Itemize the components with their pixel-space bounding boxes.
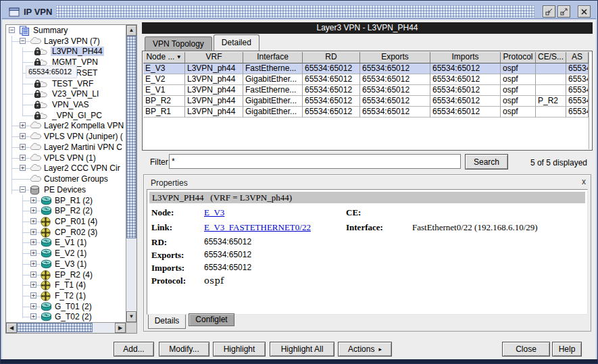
table-cell[interactable]: 65534 bbox=[566, 96, 589, 107]
tree-expander-plus-icon[interactable]: + bbox=[30, 292, 36, 298]
tree-expander-plus-icon[interactable]: + bbox=[30, 313, 36, 319]
table-cell[interactable]: E_V3 bbox=[143, 63, 185, 74]
tree-item[interactable]: +Layer2 CCC VPN Cir bbox=[6, 163, 126, 174]
table-cell[interactable]: 65534:65012 bbox=[360, 85, 430, 96]
table-cell[interactable]: FastEtherne... bbox=[243, 63, 303, 74]
table-cell[interactable] bbox=[536, 85, 566, 96]
table-cell[interactable]: 65534:65012 bbox=[303, 107, 360, 118]
tree-item[interactable]: +VPLS VPN (1) bbox=[6, 153, 126, 163]
tree-item[interactable]: −Layer3 VPN (7) bbox=[6, 36, 126, 47]
column-header-7[interactable]: CE/S... bbox=[536, 52, 566, 63]
table-cell[interactable]: GigabitEther... bbox=[243, 74, 303, 85]
tree-item[interactable]: +G_T01 (2) bbox=[6, 301, 126, 312]
tree-item[interactable]: +Layer2 Kompella VPN bbox=[6, 120, 126, 131]
filter-input[interactable] bbox=[169, 154, 461, 169]
tree-expander-plus-icon[interactable]: + bbox=[20, 155, 26, 161]
table-cell[interactable]: ospf bbox=[501, 107, 536, 118]
table-cell[interactable]: 65534 bbox=[566, 74, 589, 85]
tree-vertical-scrollbar[interactable]: ▲ ▼ bbox=[126, 25, 136, 322]
iconify-icon[interactable] bbox=[543, 5, 555, 18]
tree-expander-plus-icon[interactable]: + bbox=[30, 207, 36, 213]
table-cell[interactable]: GigabitEther... bbox=[243, 96, 303, 107]
table-row[interactable]: E_V1L3VPN_ph44FastEtherne...65534:650126… bbox=[143, 85, 589, 96]
table-cell[interactable]: L3VPN_ph44 bbox=[185, 96, 243, 107]
scroll-left-icon[interactable]: ◀ bbox=[6, 323, 17, 333]
table-cell[interactable]: ospf bbox=[501, 96, 536, 107]
tab-configlet[interactable]: Configlet bbox=[189, 313, 234, 326]
column-header-3[interactable]: RD bbox=[303, 52, 360, 63]
scrollbar-thumb[interactable] bbox=[17, 323, 93, 332]
properties-close-icon[interactable]: x bbox=[579, 177, 589, 186]
table-row[interactable]: E_V3L3VPN_ph44FastEtherne...65534:650126… bbox=[143, 63, 589, 74]
scrollbar-thumb[interactable] bbox=[126, 36, 136, 238]
table-row[interactable]: BP_R2L3VPN_ph44GigabitEther...65534:6501… bbox=[143, 96, 589, 107]
tree-item[interactable]: +G_T02 (2) bbox=[6, 311, 126, 322]
table-cell[interactable]: 65534:65012 bbox=[360, 63, 430, 74]
table-cell[interactable]: ospf bbox=[501, 74, 536, 85]
table-cell[interactable]: L3VPN_ph44 bbox=[185, 74, 243, 85]
table-cell[interactable]: E_V2 bbox=[143, 74, 185, 85]
tree-expander-plus-icon[interactable]: + bbox=[30, 197, 36, 203]
tree-expander-plus-icon[interactable]: + bbox=[20, 122, 26, 128]
tree-item[interactable]: +BP_R1 (2) bbox=[6, 195, 126, 206]
column-header-5[interactable]: Imports bbox=[430, 52, 501, 63]
tree-item[interactable]: +E_V2 (1) bbox=[6, 248, 126, 259]
table-scrollbar-track[interactable] bbox=[589, 52, 592, 149]
tree-item[interactable]: +BP_R2 (2) bbox=[6, 205, 126, 216]
tree-horizontal-scrollbar[interactable]: ◀ ▶ bbox=[6, 322, 126, 333]
tab-vpn-topology[interactable]: VPN Topology bbox=[145, 36, 212, 51]
table-row[interactable]: E_V2L3VPN_ph44GigabitEther...65534:65012… bbox=[143, 74, 589, 85]
column-header-2[interactable]: Interface bbox=[243, 52, 303, 63]
actions-button[interactable]: Actions▸ bbox=[338, 342, 392, 357]
table-cell[interactable]: 65534:65012 bbox=[430, 63, 501, 74]
tree-item[interactable]: −PE Devices bbox=[6, 184, 126, 195]
tree-expander-plus-icon[interactable]: + bbox=[20, 144, 26, 150]
table-cell[interactable]: 65534:65012 bbox=[430, 74, 501, 85]
table-cell[interactable] bbox=[536, 107, 566, 118]
tree-expander-plus-icon[interactable]: + bbox=[30, 250, 36, 256]
tree-item[interactable]: L3VPN_PH44 bbox=[6, 46, 126, 57]
table-cell[interactable]: 65534:65012 bbox=[430, 85, 501, 96]
tree-expander-minus-icon[interactable]: − bbox=[20, 38, 26, 44]
tree-item[interactable]: −Summary bbox=[6, 25, 126, 36]
table-cell[interactable]: L3VPN_ph44 bbox=[185, 63, 243, 74]
column-header-4[interactable]: Exports bbox=[360, 52, 430, 63]
tree-item[interactable]: VPN_VAS bbox=[6, 99, 126, 110]
tree-expander-plus-icon[interactable]: + bbox=[20, 133, 26, 139]
add-button[interactable]: Add... bbox=[114, 342, 154, 357]
tree-item[interactable]: +F_T1 (4) bbox=[6, 280, 126, 290]
property-value-link[interactable]: E_V3_FASTETHERNET0/22 bbox=[204, 222, 311, 233]
table-row[interactable]: BP_R1L3VPN_ph44GigabitEther...65534:6501… bbox=[143, 107, 589, 118]
highlight-button[interactable]: Highlight bbox=[213, 342, 266, 357]
table-cell[interactable]: L3VPN_ph44 bbox=[185, 107, 243, 118]
tree-expander-plus-icon[interactable]: + bbox=[30, 261, 36, 267]
table-cell[interactable] bbox=[536, 74, 566, 85]
search-button[interactable]: Search bbox=[465, 154, 508, 170]
tree-expander-plus-icon[interactable]: + bbox=[30, 271, 36, 278]
modify-button[interactable]: Modify... bbox=[159, 342, 209, 357]
property-value-link[interactable]: E_V3 bbox=[204, 207, 224, 218]
table-cell[interactable]: 65534:65012 bbox=[360, 96, 430, 107]
table-cell[interactable]: E_V1 bbox=[143, 85, 185, 96]
column-header-0[interactable]: Node ... ▼ bbox=[143, 52, 185, 63]
scroll-up-icon[interactable]: ▲ bbox=[126, 25, 136, 36]
window-titlebar[interactable]: IP VPN bbox=[2, 2, 596, 19]
highlight-all-button[interactable]: Highlight All bbox=[270, 342, 334, 357]
tree-expander-plus-icon[interactable]: + bbox=[20, 165, 26, 171]
tree-expander-plus-icon[interactable]: + bbox=[30, 218, 36, 224]
tree-item[interactable]: TEST_VRF bbox=[6, 78, 126, 89]
table-cell[interactable]: 65534 bbox=[566, 85, 589, 96]
tree-item[interactable]: +EP_R2 (4) bbox=[6, 269, 126, 280]
table-cell[interactable]: ospf bbox=[501, 63, 536, 74]
table-cell[interactable]: BP_R1 bbox=[143, 107, 185, 118]
scroll-right-icon[interactable]: ▶ bbox=[115, 323, 126, 333]
tree-item[interactable]: Customer Groups bbox=[6, 174, 126, 184]
table-cell[interactable]: P_R2 bbox=[536, 96, 566, 107]
tree-item[interactable]: +Layer2 Martini VPN C bbox=[6, 142, 126, 153]
table-cell[interactable]: 65534 bbox=[566, 107, 589, 118]
tree-item[interactable]: +E_V3 (1) bbox=[6, 259, 126, 269]
tree-expander-plus-icon[interactable]: + bbox=[30, 239, 36, 245]
tree-item[interactable]: _VPN_GI_PC bbox=[6, 110, 126, 121]
scroll-down-icon[interactable]: ▼ bbox=[126, 311, 136, 322]
column-header-8[interactable]: AS bbox=[566, 52, 589, 63]
